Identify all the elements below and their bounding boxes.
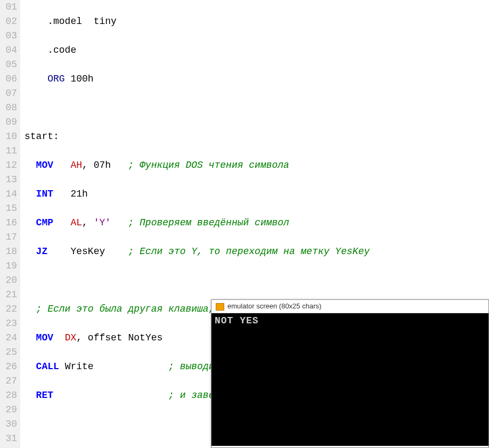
code-line: JZ YesKey ; Если это Y, то переходим на …	[25, 245, 370, 259]
line-number: 03	[2, 29, 17, 43]
line-number: 02	[2, 14, 17, 29]
code-line: MOV AH, 07h ; Функция DOS чтения символа	[25, 158, 370, 173]
line-number: 28	[2, 388, 17, 403]
emulator-titlebar[interactable]: emulator screen (80x25 chars)	[211, 300, 488, 313]
code-line: .model tiny	[25, 14, 370, 29]
line-number: 14	[2, 187, 17, 201]
line-number: 23	[2, 316, 17, 331]
line-number: 01	[2, 0, 17, 14]
line-number: 10	[2, 129, 17, 144]
code-line: ORG 100h	[25, 72, 370, 86]
code-line	[25, 273, 370, 288]
line-number: 19	[2, 259, 17, 273]
line-number: 08	[2, 101, 17, 115]
line-number: 15	[2, 201, 17, 216]
line-number: 11	[2, 144, 17, 158]
line-number: 07	[2, 86, 17, 101]
line-number: 12	[2, 158, 17, 173]
line-number: 06	[2, 72, 17, 86]
line-number: 24	[2, 331, 17, 345]
line-number: 26	[2, 360, 17, 374]
code-line: CMP AL, 'Y' ; Проверяем введённый символ	[25, 216, 370, 230]
line-number: 30	[2, 417, 17, 431]
code-line	[25, 101, 370, 115]
emulator-window[interactable]: emulator screen (80x25 chars) NOT YES	[211, 299, 489, 448]
line-number: 25	[2, 345, 17, 360]
line-number: 16	[2, 216, 17, 230]
emulator-screen: NOT YES	[211, 313, 488, 446]
line-number: 18	[2, 245, 17, 259]
line-number: 22	[2, 302, 17, 316]
code-line: .code	[25, 43, 370, 58]
line-number: 13	[2, 173, 17, 187]
line-number: 27	[2, 374, 17, 388]
line-number: 20	[2, 273, 17, 288]
line-number: 31	[2, 431, 17, 446]
line-number: 21	[2, 288, 17, 302]
line-number-gutter: 01 02 03 04 05 06 07 08 09 10 11 12 13 1…	[0, 0, 20, 448]
line-number: 17	[2, 230, 17, 245]
line-number: 04	[2, 43, 17, 58]
code-line: INT 21h	[25, 187, 370, 201]
code-line: start:	[25, 129, 370, 144]
emulator-output: NOT YES	[215, 315, 259, 326]
line-number: 09	[2, 115, 17, 129]
emulator-icon	[216, 303, 224, 311]
emulator-title-text: emulator screen (80x25 chars)	[227, 302, 321, 310]
line-number: 05	[2, 58, 17, 72]
line-number: 29	[2, 403, 17, 417]
